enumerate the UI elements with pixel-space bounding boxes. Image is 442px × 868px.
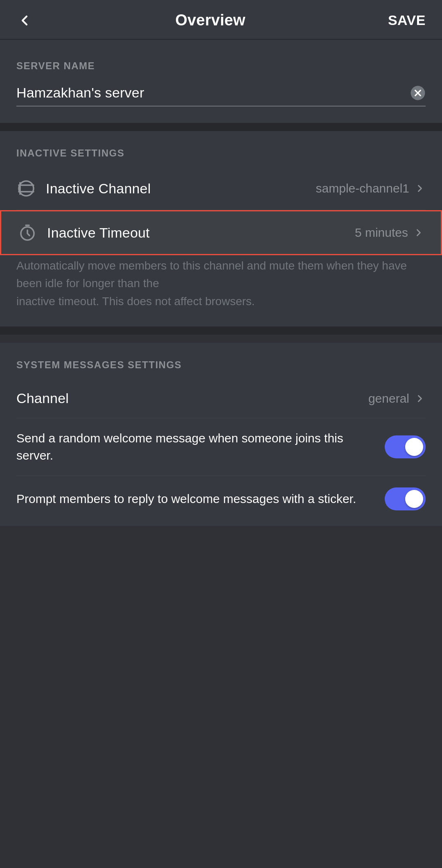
system-channel-chevron xyxy=(414,393,426,404)
sticker-toggle-row: Prompt members to reply to welcome messa… xyxy=(0,476,442,522)
inactive-timeout-label: Inactive Timeout xyxy=(47,225,355,241)
system-messages-label: SYSTEM MESSAGES SETTINGS xyxy=(0,343,442,379)
save-button[interactable]: SAVE xyxy=(388,12,426,28)
inactive-timeout-chevron xyxy=(413,227,424,238)
inactive-settings-label: INACTIVE SETTINGS xyxy=(0,131,442,167)
section-divider-2 xyxy=(0,326,442,335)
inactive-channel-row[interactable]: Inactive Channel sample-channel1 xyxy=(0,167,442,210)
section-divider-1 xyxy=(0,123,442,131)
page-title: Overview xyxy=(175,11,245,29)
svg-point-3 xyxy=(19,181,34,196)
inactive-timeout-row[interactable]: Inactive Timeout 5 minutes xyxy=(0,210,442,255)
system-channel-row[interactable]: Channel general xyxy=(0,379,442,418)
sticker-toggle-label: Prompt members to reply to welcome messa… xyxy=(16,490,372,508)
inactive-timeout-icon xyxy=(18,223,37,242)
server-name-label: SERVER NAME xyxy=(0,44,442,80)
server-name-input[interactable] xyxy=(16,80,426,106)
inactive-channel-label: Inactive Channel xyxy=(46,181,316,197)
inactive-channel-icon xyxy=(16,179,36,198)
inactive-timeout-description: Automatically move members to this chann… xyxy=(0,255,442,322)
server-name-section: SERVER NAME xyxy=(0,40,442,123)
back-button[interactable] xyxy=(16,12,33,29)
sticker-toggle-slider xyxy=(385,487,426,510)
welcome-toggle-label: Send a random welcome message when someo… xyxy=(16,430,372,464)
clear-server-name-button[interactable] xyxy=(410,85,426,101)
header: Overview SAVE xyxy=(0,0,442,40)
sticker-toggle[interactable] xyxy=(385,487,426,510)
inactive-channel-chevron xyxy=(414,183,426,194)
inactive-channel-value: sample-channel1 xyxy=(316,181,409,195)
welcome-toggle-row: Send a random welcome message when someo… xyxy=(0,418,442,476)
system-messages-section: SYSTEM MESSAGES SETTINGS Channel general… xyxy=(0,343,442,526)
server-name-input-wrap xyxy=(16,80,426,107)
welcome-toggle-slider xyxy=(385,435,426,458)
system-channel-label: Channel xyxy=(16,390,368,406)
welcome-toggle[interactable] xyxy=(385,435,426,458)
system-channel-value: general xyxy=(368,392,409,406)
inactive-timeout-value: 5 minutes xyxy=(355,226,408,240)
inactive-settings-section: INACTIVE SETTINGS Inactive Channel sampl… xyxy=(0,131,442,326)
